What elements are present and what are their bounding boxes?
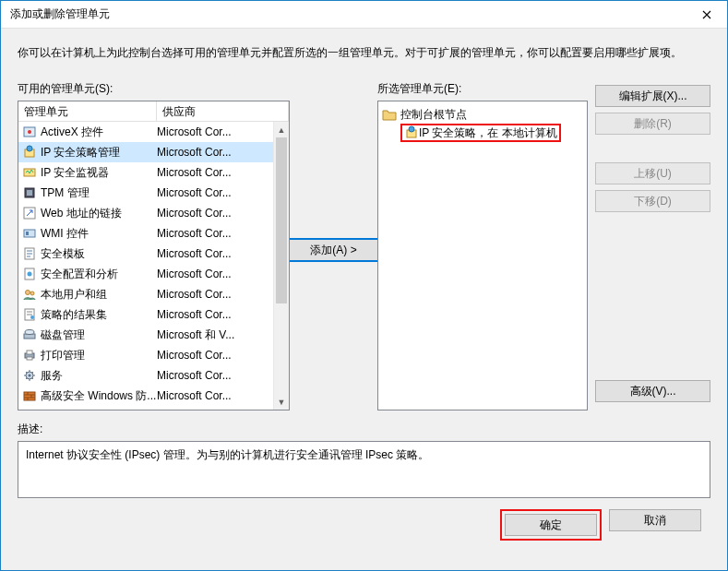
svg-point-1 bbox=[28, 130, 31, 134]
svg-rect-21 bbox=[27, 357, 32, 360]
svg-point-13 bbox=[26, 291, 30, 295]
snapin-row[interactable]: 高级安全 Windows 防...Microsoft Cor... bbox=[18, 386, 273, 406]
remove-button[interactable]: 删除(R) bbox=[595, 113, 710, 135]
scroll-thumb[interactable] bbox=[276, 137, 287, 303]
snapin-vendor: Microsoft Cor... bbox=[157, 369, 273, 382]
snapin-row[interactable]: 安全配置和分析Microsoft Cor... bbox=[18, 264, 273, 284]
snapin-vendor: Microsoft Cor... bbox=[157, 125, 273, 138]
config-icon bbox=[22, 267, 37, 281]
svg-point-27 bbox=[409, 126, 414, 132]
snapin-name: 共享文件夹 bbox=[41, 409, 96, 410]
snapin-name: 策略的结果集 bbox=[41, 307, 107, 323]
svg-point-14 bbox=[30, 291, 34, 295]
snapin-vendor: Microsoft Cor... bbox=[157, 288, 273, 301]
snapin-row[interactable]: Web 地址的链接Microsoft Cor... bbox=[18, 203, 273, 223]
svg-point-18 bbox=[25, 330, 34, 335]
svg-point-12 bbox=[28, 272, 32, 277]
snapin-row[interactable]: 策略的结果集Microsoft Cor... bbox=[18, 304, 273, 325]
description-label: 描述: bbox=[18, 422, 710, 437]
snapin-row[interactable]: WMI 控件Microsoft Cor... bbox=[18, 223, 273, 244]
description-area: 描述: Internet 协议安全性 (IPsec) 管理。为与别的计算机进行安… bbox=[18, 422, 710, 498]
print-icon bbox=[22, 348, 37, 363]
snapin-vendor: Microsoft Cor... bbox=[157, 227, 273, 240]
firewall-icon bbox=[22, 388, 37, 403]
snapin-name: WMI 控件 bbox=[41, 226, 89, 242]
disk-icon bbox=[22, 327, 37, 342]
snapin-name: 磁盘管理 bbox=[41, 327, 85, 343]
ipsec-monitor-icon bbox=[22, 165, 37, 180]
description-box: Internet 协议安全性 (IPsec) 管理。为与别的计算机进行安全通讯管… bbox=[18, 441, 710, 498]
tree-child-row[interactable]: IP 安全策略，在 本地计算机 bbox=[382, 124, 583, 142]
snapin-name: 服务 bbox=[41, 368, 63, 384]
scroll-down-button[interactable]: ▼ bbox=[274, 394, 289, 410]
add-button[interactable]: 添加(A) > bbox=[288, 238, 380, 262]
template-icon bbox=[22, 246, 37, 261]
svg-rect-24 bbox=[24, 392, 35, 400]
snapin-name: 本地用户和组 bbox=[41, 287, 107, 303]
svg-point-23 bbox=[29, 375, 31, 377]
dialog-content: 你可以在计算机上为此控制台选择可用的管理单元并配置所选的一组管理单元。对于可扩展… bbox=[1, 29, 727, 570]
snapin-vendor: Microsoft Cor... bbox=[157, 268, 273, 280]
listview-header: 管理单元 供应商 bbox=[18, 101, 289, 122]
rsop-icon bbox=[22, 307, 37, 322]
titlebar: 添加或删除管理单元 bbox=[1, 1, 727, 29]
svg-rect-6 bbox=[27, 190, 32, 196]
move-down-button[interactable]: 下移(D) bbox=[595, 190, 710, 212]
available-listview[interactable]: 管理单元 供应商 ActiveX 控件Microsoft Cor...IP 安全… bbox=[18, 101, 290, 410]
cancel-button[interactable]: 取消 bbox=[609, 509, 701, 531]
description-text: Internet 协议安全性 (IPsec) 管理。为与别的计算机进行安全通讯管… bbox=[26, 448, 429, 461]
activex-icon bbox=[22, 125, 37, 139]
snapin-vendor: Microsoft Cor... bbox=[157, 166, 273, 179]
tree-root-row[interactable]: 控制台根节点 bbox=[382, 105, 583, 124]
svg-rect-20 bbox=[27, 351, 32, 354]
edit-extensions-button[interactable]: 编辑扩展(X)... bbox=[595, 85, 710, 107]
footer-buttons: 确定 取消 bbox=[18, 498, 710, 541]
snapin-vendor: Microsoft Cor... bbox=[157, 308, 273, 321]
snapin-row[interactable]: 打印管理Microsoft Cor... bbox=[18, 345, 273, 365]
snapin-row[interactable]: 服务Microsoft Cor... bbox=[18, 365, 273, 386]
snapin-row[interactable]: 本地用户和组Microsoft Cor... bbox=[18, 284, 273, 304]
snapin-name: ActiveX 控件 bbox=[41, 125, 103, 140]
dialog-window: 添加或删除管理单元 你可以在计算机上为此控制台选择可用的管理单元并配置所选的一组… bbox=[0, 0, 728, 571]
snapin-row[interactable]: IP 安全策略管理Microsoft Cor... bbox=[18, 142, 273, 162]
snapin-row[interactable]: IP 安全监视器Microsoft Cor... bbox=[18, 162, 273, 183]
snapin-vendor: Microsoft Cor... bbox=[157, 207, 273, 220]
available-label: 可用的管理单元(S): bbox=[18, 81, 290, 97]
snapin-name: IP 安全策略管理 bbox=[41, 145, 120, 161]
selected-label: 所选管理单元(E): bbox=[377, 81, 588, 97]
header-vendor[interactable]: 供应商 bbox=[157, 101, 289, 121]
header-snapin[interactable]: 管理单元 bbox=[18, 101, 157, 121]
snapin-row[interactable]: 磁盘管理Microsoft 和 V... bbox=[18, 325, 273, 345]
svg-point-3 bbox=[27, 146, 32, 151]
ok-button[interactable]: 确定 bbox=[505, 514, 597, 536]
snapin-vendor: Microsoft Cor... bbox=[157, 146, 273, 159]
selected-column: 所选管理单元(E): 控制台根节点 bbox=[377, 81, 588, 410]
side-buttons: 编辑扩展(X)... 删除(R) 上移(U) 下移(D) 高级(V)... bbox=[595, 81, 710, 410]
snapin-vendor: Microsoft Cor... bbox=[157, 247, 273, 260]
close-icon bbox=[702, 10, 711, 19]
link-icon bbox=[22, 206, 37, 220]
snapin-row[interactable]: ActiveX 控件Microsoft Cor... bbox=[18, 122, 273, 142]
snapin-name: 安全配置和分析 bbox=[41, 267, 118, 282]
close-button[interactable] bbox=[686, 1, 727, 29]
advanced-button[interactable]: 高级(V)... bbox=[595, 380, 710, 402]
snapin-vendor: Microsoft Cor... bbox=[157, 349, 273, 362]
snapin-name: IP 安全监视器 bbox=[41, 165, 109, 181]
snapin-name: Web 地址的链接 bbox=[41, 206, 122, 221]
move-up-button[interactable]: 上移(U) bbox=[595, 162, 710, 184]
snapin-row[interactable]: 安全模板Microsoft Cor... bbox=[18, 244, 273, 264]
right-wrap: 所选管理单元(E): 控制台根节点 bbox=[377, 81, 710, 410]
tree-child-label: IP 安全策略，在 本地计算机 bbox=[419, 125, 557, 141]
scrollbar[interactable]: ▲ ▼ bbox=[273, 122, 289, 410]
scroll-up-button[interactable]: ▲ bbox=[274, 122, 289, 137]
snapin-row[interactable]: TPM 管理Microsoft Cor... bbox=[18, 183, 273, 203]
svg-point-16 bbox=[30, 315, 34, 319]
snapin-vendor: Microsoft Cor... bbox=[157, 186, 273, 199]
scroll-track[interactable] bbox=[274, 137, 289, 394]
main-columns: 可用的管理单元(S): 管理单元 供应商 ActiveX 控件Microsoft… bbox=[18, 81, 710, 410]
selected-treeview[interactable]: 控制台根节点 IP 安全策略，在 本地计算机 bbox=[377, 101, 588, 410]
snapin-row[interactable]: 共享文件夹Microsoft Cor... bbox=[18, 406, 273, 410]
available-column: 可用的管理单元(S): 管理单元 供应商 ActiveX 控件Microsoft… bbox=[18, 81, 290, 410]
snapin-name: 打印管理 bbox=[41, 348, 85, 363]
middle-column: 添加(A) > bbox=[299, 81, 368, 262]
